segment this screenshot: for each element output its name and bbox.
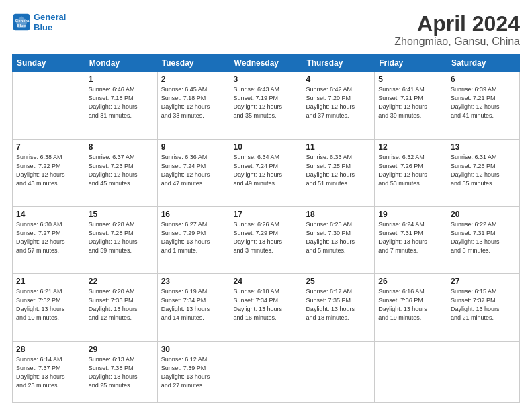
calendar-cell: 9Sunrise: 6:36 AMSunset: 7:24 PMDaylight… [157, 139, 230, 206]
calendar-cell [230, 341, 302, 402]
calendar-cell: 4Sunrise: 6:42 AMSunset: 7:20 PMDaylight… [302, 72, 375, 139]
subtitle: Zhongmiao, Gansu, China [394, 36, 520, 48]
calendar-cell: 8Sunrise: 6:37 AMSunset: 7:23 PMDaylight… [85, 139, 157, 206]
day-number: 9 [161, 142, 226, 152]
day-number: 2 [161, 75, 226, 84]
calendar-week-3: 14Sunrise: 6:30 AMSunset: 7:27 PMDayligh… [13, 206, 520, 273]
weekday-header-tuesday: Tuesday [157, 55, 230, 72]
day-number: 17 [234, 210, 299, 219]
logo-icon: General Blue [12, 13, 31, 32]
cell-info: Sunrise: 6:39 AMSunset: 7:21 PMDaylight:… [451, 85, 516, 120]
cell-info: Sunrise: 6:20 AMSunset: 7:33 PMDaylight:… [89, 287, 154, 322]
calendar-cell: 6Sunrise: 6:39 AMSunset: 7:21 PMDaylight… [447, 72, 520, 139]
calendar-cell: 29Sunrise: 6:13 AMSunset: 7:38 PMDayligh… [85, 341, 157, 402]
day-number: 18 [306, 210, 371, 219]
calendar-table: SundayMondayTuesdayWednesdayThursdayFrid… [12, 54, 520, 403]
day-number: 7 [16, 142, 81, 152]
cell-info: Sunrise: 6:43 AMSunset: 7:19 PMDaylight:… [234, 85, 299, 120]
day-number: 21 [16, 277, 81, 286]
calendar-cell [13, 72, 85, 139]
cell-info: Sunrise: 6:28 AMSunset: 7:28 PMDaylight:… [89, 220, 154, 255]
calendar-cell: 25Sunrise: 6:17 AMSunset: 7:35 PMDayligh… [302, 274, 375, 341]
day-number: 22 [89, 277, 154, 286]
cell-info: Sunrise: 6:41 AMSunset: 7:21 PMDaylight:… [378, 85, 443, 120]
day-number: 11 [306, 142, 371, 152]
day-number: 20 [451, 210, 516, 219]
calendar-week-2: 7Sunrise: 6:38 AMSunset: 7:22 PMDaylight… [13, 139, 520, 206]
day-number: 16 [161, 210, 226, 219]
day-number: 15 [89, 210, 154, 219]
cell-info: Sunrise: 6:38 AMSunset: 7:22 PMDaylight:… [16, 153, 81, 188]
day-number: 23 [161, 277, 226, 286]
cell-info: Sunrise: 6:21 AMSunset: 7:32 PMDaylight:… [16, 287, 81, 322]
cell-info: Sunrise: 6:16 AMSunset: 7:36 PMDaylight:… [378, 287, 443, 322]
calendar-body: 1Sunrise: 6:46 AMSunset: 7:18 PMDaylight… [13, 72, 520, 403]
calendar-cell: 5Sunrise: 6:41 AMSunset: 7:21 PMDaylight… [375, 72, 447, 139]
cell-info: Sunrise: 6:32 AMSunset: 7:26 PMDaylight:… [378, 153, 443, 188]
calendar-cell: 16Sunrise: 6:27 AMSunset: 7:29 PMDayligh… [157, 206, 230, 273]
cell-info: Sunrise: 6:15 AMSunset: 7:37 PMDaylight:… [451, 287, 516, 322]
day-number: 3 [234, 75, 299, 84]
calendar-header: SundayMondayTuesdayWednesdayThursdayFrid… [13, 55, 520, 72]
calendar-cell: 28Sunrise: 6:14 AMSunset: 7:37 PMDayligh… [13, 341, 85, 402]
svg-text:Blue: Blue [17, 23, 26, 28]
calendar-cell: 10Sunrise: 6:34 AMSunset: 7:24 PMDayligh… [230, 139, 302, 206]
day-number: 24 [234, 277, 299, 286]
weekday-header-thursday: Thursday [302, 55, 375, 72]
cell-info: Sunrise: 6:18 AMSunset: 7:34 PMDaylight:… [234, 287, 299, 322]
cell-info: Sunrise: 6:26 AMSunset: 7:29 PMDaylight:… [234, 220, 299, 255]
day-number: 25 [306, 277, 371, 286]
weekday-header-sunday: Sunday [13, 55, 85, 72]
weekday-header-saturday: Saturday [447, 55, 520, 72]
cell-info: Sunrise: 6:22 AMSunset: 7:31 PMDaylight:… [451, 220, 516, 255]
day-number: 4 [306, 75, 371, 84]
logo-text: General Blue [34, 12, 66, 32]
day-number: 5 [378, 75, 443, 84]
day-number: 14 [16, 210, 81, 219]
weekday-header-wednesday: Wednesday [230, 55, 302, 72]
calendar-week-4: 21Sunrise: 6:21 AMSunset: 7:32 PMDayligh… [13, 274, 520, 341]
calendar-cell [302, 341, 375, 402]
cell-info: Sunrise: 6:30 AMSunset: 7:27 PMDaylight:… [16, 220, 81, 255]
cell-info: Sunrise: 6:46 AMSunset: 7:18 PMDaylight:… [89, 85, 154, 120]
calendar-cell: 24Sunrise: 6:18 AMSunset: 7:34 PMDayligh… [230, 274, 302, 341]
svg-text:General: General [15, 18, 30, 23]
cell-info: Sunrise: 6:36 AMSunset: 7:24 PMDaylight:… [161, 153, 226, 188]
calendar-cell: 3Sunrise: 6:43 AMSunset: 7:19 PMDaylight… [230, 72, 302, 139]
calendar-cell: 19Sunrise: 6:24 AMSunset: 7:31 PMDayligh… [375, 206, 447, 273]
main-title: April 2024 [394, 12, 520, 36]
day-number: 28 [16, 345, 81, 354]
day-number: 8 [89, 142, 154, 152]
calendar-cell: 20Sunrise: 6:22 AMSunset: 7:31 PMDayligh… [447, 206, 520, 273]
calendar-cell: 2Sunrise: 6:45 AMSunset: 7:18 PMDaylight… [157, 72, 230, 139]
title-block: April 2024 Zhongmiao, Gansu, China [394, 12, 520, 48]
calendar-cell: 23Sunrise: 6:19 AMSunset: 7:34 PMDayligh… [157, 274, 230, 341]
day-number: 12 [378, 142, 443, 152]
calendar-cell: 11Sunrise: 6:33 AMSunset: 7:25 PMDayligh… [302, 139, 375, 206]
calendar-cell: 15Sunrise: 6:28 AMSunset: 7:28 PMDayligh… [85, 206, 157, 273]
cell-info: Sunrise: 6:33 AMSunset: 7:25 PMDaylight:… [306, 153, 371, 188]
calendar-cell: 21Sunrise: 6:21 AMSunset: 7:32 PMDayligh… [13, 274, 85, 341]
cell-info: Sunrise: 6:12 AMSunset: 7:39 PMDaylight:… [161, 355, 226, 390]
calendar-cell: 12Sunrise: 6:32 AMSunset: 7:26 PMDayligh… [375, 139, 447, 206]
calendar-cell: 13Sunrise: 6:31 AMSunset: 7:26 PMDayligh… [447, 139, 520, 206]
cell-info: Sunrise: 6:19 AMSunset: 7:34 PMDaylight:… [161, 287, 226, 322]
cell-info: Sunrise: 6:34 AMSunset: 7:24 PMDaylight:… [234, 153, 299, 188]
calendar-cell [447, 341, 520, 402]
day-number: 27 [451, 277, 516, 286]
cell-info: Sunrise: 6:25 AMSunset: 7:30 PMDaylight:… [306, 220, 371, 255]
calendar-cell: 14Sunrise: 6:30 AMSunset: 7:27 PMDayligh… [13, 206, 85, 273]
cell-info: Sunrise: 6:45 AMSunset: 7:18 PMDaylight:… [161, 85, 226, 120]
cell-info: Sunrise: 6:42 AMSunset: 7:20 PMDaylight:… [306, 85, 371, 120]
calendar-cell: 17Sunrise: 6:26 AMSunset: 7:29 PMDayligh… [230, 206, 302, 273]
day-number: 30 [161, 345, 226, 354]
cell-info: Sunrise: 6:31 AMSunset: 7:26 PMDaylight:… [451, 153, 516, 188]
calendar-week-1: 1Sunrise: 6:46 AMSunset: 7:18 PMDaylight… [13, 72, 520, 139]
cell-info: Sunrise: 6:37 AMSunset: 7:23 PMDaylight:… [89, 153, 154, 188]
day-number: 19 [378, 210, 443, 219]
cell-info: Sunrise: 6:13 AMSunset: 7:38 PMDaylight:… [89, 355, 154, 390]
calendar-cell: 18Sunrise: 6:25 AMSunset: 7:30 PMDayligh… [302, 206, 375, 273]
day-number: 1 [89, 75, 154, 84]
cell-info: Sunrise: 6:14 AMSunset: 7:37 PMDaylight:… [16, 355, 81, 390]
calendar-cell: 30Sunrise: 6:12 AMSunset: 7:39 PMDayligh… [157, 341, 230, 402]
